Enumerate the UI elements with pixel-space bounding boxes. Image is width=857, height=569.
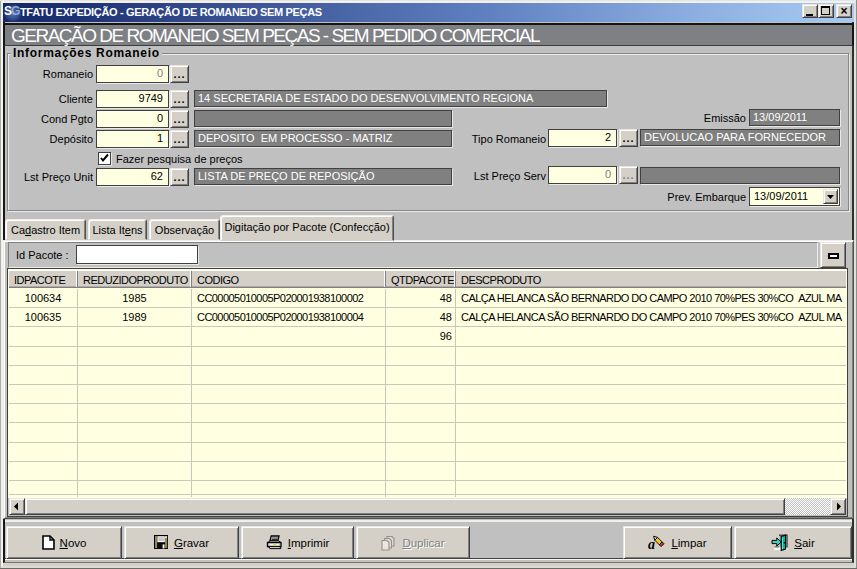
svg-text:a: a	[648, 537, 655, 551]
